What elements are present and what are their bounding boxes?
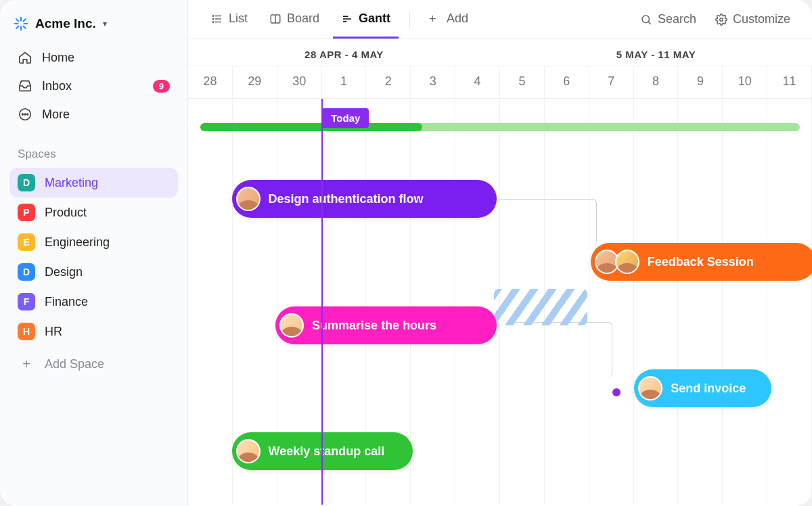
task-label: Summarise the hours [312,319,436,333]
task-bar-hours[interactable]: Summarise the hours [275,306,497,344]
add-view-label: Add [447,12,468,26]
day-cell: 10 [723,66,767,98]
task-label: Send invoice [671,382,746,396]
gantt-icon [341,13,353,25]
space-badge: E [18,233,35,251]
task-bar-auth[interactable]: Design authentication flow [232,180,497,218]
view-tab-gantt-label: Gantt [359,12,390,26]
day-cell: 11 [767,66,812,98]
capacity-bar[interactable] [200,123,799,131]
day-cell: 30 [277,66,322,98]
day-cell: 9 [678,66,723,98]
task-bar-feedback[interactable]: Feedback Session [591,243,812,281]
sidebar-space-item[interactable]: DDesign [9,257,178,287]
nav-inbox[interactable]: Inbox 9 [9,72,178,100]
view-tab-gantt[interactable]: Gantt [333,1,399,39]
plus-icon: + [429,13,441,25]
svg-point-17 [212,21,214,22]
topbar: List Board Gantt + Add Search Cu [188,0,812,39]
list-icon [211,13,223,25]
avatar [279,313,304,338]
view-tab-board-label: Board [287,12,319,26]
sidebar-space-item[interactable]: PProduct [9,198,178,227]
task-bar-standup[interactable]: Weekly standup call [232,432,413,470]
space-label: Design [45,265,83,279]
inbox-badge: 9 [153,80,170,93]
workspace-switcher[interactable]: Acme Inc. ▾ [9,12,178,43]
day-cell: 2 [366,66,411,98]
ellipsis-icon [18,107,32,122]
search-label: Search [658,12,696,26]
space-badge: F [18,293,35,310]
search-icon [640,14,652,26]
space-badge: H [18,323,35,340]
capacity-bar-fill [200,123,422,131]
sidebar-space-item[interactable]: EEngineering [9,227,178,257]
workspace-name: Acme Inc. [35,16,96,31]
milestone-dot[interactable] [612,388,621,396]
svg-line-24 [648,22,651,24]
week-labels-row: 28 APR - 4 MAY 5 MAY - 11 MAY [188,39,812,66]
gantt-body: Today Design authentication flow [188,99,812,505]
day-cell: 5 [500,66,545,98]
home-icon [18,50,32,65]
space-badge: D [18,263,35,281]
avatar [236,187,261,211]
gear-icon [715,14,727,26]
task-bar-invoice[interactable]: Send invoice [634,369,771,407]
sidebar-space-item[interactable]: DMarketing [9,168,178,198]
day-cell: 28 [188,66,233,98]
nav-more[interactable]: More [9,100,178,129]
today-marker-label: Today [321,108,369,128]
sidebar-space-item[interactable]: FFinance [9,287,178,317]
customize-label: Customize [733,12,790,26]
svg-point-10 [24,114,26,115]
chevron-down-icon: ▾ [103,19,107,28]
space-badge: D [18,174,35,191]
view-tab-list[interactable]: List [203,1,256,39]
svg-point-25 [720,18,723,21]
avatar [236,439,261,463]
svg-line-6 [16,26,18,28]
view-tab-board[interactable]: Board [261,1,328,39]
nav-home[interactable]: Home [9,43,178,72]
main: List Board Gantt + Add Search Cu [188,0,812,506]
nav-more-label: More [42,108,70,122]
avatar [615,250,639,274]
day-cell: 1 [322,66,367,98]
day-cell: 4 [455,66,500,98]
day-cell: 29 [233,66,277,98]
avatar [638,376,662,400]
svg-point-23 [642,16,650,23]
gantt-timeline[interactable]: 28 APR - 4 MAY 5 MAY - 11 MAY 2829301234… [188,39,812,506]
task-label: Design authentication flow [269,192,424,206]
day-cell: 7 [589,66,634,98]
inbox-icon [18,78,32,93]
week-label: 5 MAY - 11 MAY [500,39,812,66]
space-label: Product [45,206,87,220]
svg-line-4 [16,19,18,21]
space-label: Marketing [45,176,98,190]
svg-line-7 [24,19,26,21]
add-view-button[interactable]: + Add [421,1,476,39]
day-cell: 8 [634,66,679,98]
sidebar-space-item[interactable]: HHR [9,317,178,346]
space-label: HR [45,325,62,339]
add-space-label: Add Space [45,357,104,371]
logo-icon [14,16,28,31]
search-button[interactable]: Search [633,7,703,32]
customize-button[interactable]: Customize [708,7,797,32]
spaces-heading: Spaces [9,129,178,168]
day-cell: 6 [545,66,589,98]
nav-home-label: Home [42,51,74,65]
plus-icon: + [18,355,35,373]
add-space-button[interactable]: + Add Space [9,349,178,379]
buffer-region [494,289,587,325]
sidebar: Acme Inc. ▾ Home Inbox 9 More Spaces DMa… [0,0,188,506]
svg-point-11 [27,114,28,115]
board-icon [269,13,281,25]
task-label: Weekly standup call [269,444,385,459]
separator [409,12,410,28]
svg-point-15 [212,15,214,16]
week-label: 28 APR - 4 MAY [188,39,500,66]
